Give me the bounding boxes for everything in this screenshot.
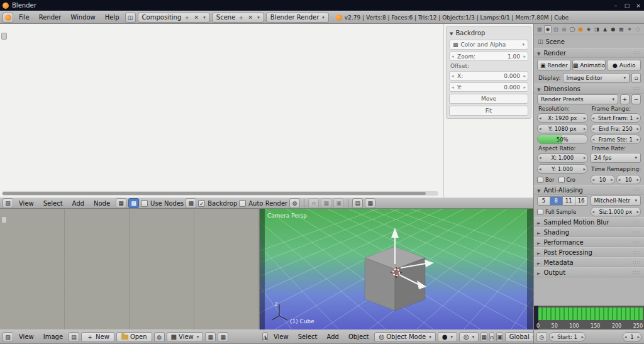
section-dimensions-header[interactable]: Dimensions ∷∷ xyxy=(534,84,644,94)
aa-size-field[interactable]: Siz:1.000 px xyxy=(591,207,641,216)
section-antialiasing-header[interactable]: Anti-Aliasing ∷∷ xyxy=(534,185,644,195)
section-performance[interactable]: Performance∷∷ xyxy=(534,237,644,247)
view3d-menu-view[interactable]: View xyxy=(270,333,292,341)
region-expand-tab[interactable] xyxy=(1,33,7,40)
delete-scene-icon[interactable]: ✕ xyxy=(247,14,254,21)
tab-render-layers-icon[interactable]: ◫ xyxy=(552,25,560,33)
remap-old-field[interactable]: 10 xyxy=(591,175,615,184)
node-menu-select[interactable]: Select xyxy=(40,199,67,208)
layout-selector[interactable]: Compositing + ✕ xyxy=(138,13,210,23)
remap-new-field[interactable]: 10 xyxy=(616,175,641,184)
image-editor-canvas[interactable] xyxy=(0,209,260,330)
tab-render-icon[interactable]: ◉ xyxy=(544,25,552,33)
add-layout-icon[interactable]: + xyxy=(183,14,191,21)
horizontal-scrollbar[interactable] xyxy=(2,191,438,196)
delete-layout-icon[interactable]: ✕ xyxy=(192,14,200,21)
scene-selector[interactable]: Scene + ✕ xyxy=(212,13,264,23)
tab-material-icon[interactable]: ● xyxy=(609,25,617,33)
backdrop-fit-button[interactable]: Fit xyxy=(449,106,528,116)
section-render-header[interactable]: Render ∷∷ xyxy=(534,48,644,58)
new-window-icon[interactable]: ▫ xyxy=(631,73,641,83)
node-group-icon[interactable] xyxy=(365,198,375,208)
tab-scene-icon[interactable]: ◎ xyxy=(560,25,568,33)
auto-render-checkbox[interactable]: Auto Render xyxy=(239,200,287,207)
tab-texture-icon[interactable]: ▦ xyxy=(618,25,625,33)
scrollbar-thumb[interactable] xyxy=(3,192,426,195)
snap-element-icon[interactable] xyxy=(321,198,331,208)
render-animation-button[interactable]: Animatio xyxy=(572,60,606,70)
editor-type-image-icon[interactable] xyxy=(3,332,13,342)
editor-type-3d-icon[interactable] xyxy=(262,332,268,342)
image-display-mode-dropdown[interactable]: View xyxy=(167,332,204,342)
backdrop-move-button[interactable]: Move xyxy=(449,94,528,104)
menu-help[interactable]: Help xyxy=(101,13,123,21)
tab-constraints-icon[interactable]: ◈ xyxy=(585,25,592,33)
compositing-toggle-icon[interactable] xyxy=(128,198,139,208)
view3d-menu-object[interactable]: Object xyxy=(345,333,373,341)
render-button[interactable]: Render xyxy=(537,60,571,70)
node-menu-add[interactable]: Add xyxy=(69,199,88,208)
draw-channels-icon[interactable] xyxy=(205,332,216,342)
menu-window[interactable]: Window xyxy=(67,13,99,21)
section-metadata[interactable]: Metadata∷∷ xyxy=(534,257,644,267)
editor-type-timeline-icon[interactable] xyxy=(536,332,547,342)
timeline-canvas[interactable]: 0 50 100 150 200 250 xyxy=(533,306,644,330)
menu-render[interactable]: Render xyxy=(35,13,65,21)
viewport-3d[interactable]: Camera Persp z (1) Cube xyxy=(260,209,533,330)
view3d-menu-select[interactable]: Select xyxy=(294,333,321,341)
aa-filter-dropdown[interactable]: Mitchell-Netr xyxy=(591,196,641,206)
crop-checkbox[interactable]: Cro xyxy=(558,177,575,183)
aa-samples-11[interactable]: 11 xyxy=(563,196,575,206)
image-menu-view[interactable]: View xyxy=(15,333,38,341)
render-opengl-icon[interactable] xyxy=(496,332,503,342)
backdrop-channel-icon[interactable] xyxy=(186,198,196,208)
backdrop-zoom-field[interactable]: Zoom: 1.00 xyxy=(449,52,528,61)
open-image-button[interactable]: Open xyxy=(116,332,152,342)
display-dropdown[interactable]: Image Editor xyxy=(563,73,630,83)
node-editor-canvas[interactable]: Backdrop Color and Alpha Zoom: 1.00 Offs… xyxy=(0,24,533,197)
render-result-icon[interactable] xyxy=(333,198,344,208)
backdrop-panel-header[interactable]: Backdrop xyxy=(449,29,528,38)
tab-world-icon[interactable]: ◯ xyxy=(569,25,576,33)
resolution-y-field[interactable]: Y: 1080 px xyxy=(537,124,588,133)
add-scene-icon[interactable]: + xyxy=(237,14,245,21)
menu-file[interactable]: File xyxy=(15,13,33,21)
tab-data-icon[interactable]: ▲ xyxy=(601,25,609,33)
mode-dropdown[interactable]: Object Mode xyxy=(374,332,435,342)
render-audio-button[interactable]: Audio xyxy=(607,60,641,70)
section-output[interactable]: Output∷∷ xyxy=(534,267,644,277)
image-menu-image[interactable]: Image xyxy=(40,333,67,341)
aa-samples-16[interactable]: 16 xyxy=(575,196,588,206)
backdrop-offset-y-field[interactable]: Y: 0.000 xyxy=(449,82,528,92)
backdrop-channel-dropdown[interactable]: Color and Alpha xyxy=(449,40,528,50)
add-preset-icon[interactable]: + xyxy=(620,94,630,104)
aa-samples-5[interactable]: 5 xyxy=(537,196,550,206)
minimize-button[interactable]: – xyxy=(610,0,621,11)
blender-menu-icon[interactable] xyxy=(3,13,13,23)
view3d-menu-add[interactable]: Add xyxy=(323,333,343,341)
snap-magnet-icon[interactable] xyxy=(489,332,495,342)
backdrop-offset-x-field[interactable]: X: 0.000 xyxy=(449,71,528,80)
start-frame-field[interactable]: Start Fram: 1 xyxy=(591,113,641,123)
new-image-button[interactable]: + New xyxy=(81,332,114,342)
section-post-processing[interactable]: Post Processing∷∷ xyxy=(534,247,644,257)
tab-particles-icon[interactable]: ∗ xyxy=(626,25,633,33)
pin-icon[interactable] xyxy=(289,198,300,208)
border-checkbox[interactable]: Bor xyxy=(537,177,555,183)
maximize-button[interactable]: □ xyxy=(621,0,633,11)
aspect-x-field[interactable]: X: 1.000 xyxy=(537,153,588,163)
image-options-icon[interactable] xyxy=(218,332,228,342)
aspect-y-field[interactable]: Y: 1.000 xyxy=(537,164,587,174)
tab-modifiers-icon[interactable]: ◨ xyxy=(593,25,601,33)
layers-icon[interactable] xyxy=(480,332,487,342)
copy-node-icon[interactable] xyxy=(352,198,363,208)
node-menu-view[interactable]: View xyxy=(15,199,38,208)
render-engine-selector[interactable]: Blender Render xyxy=(266,13,329,23)
editor-type-properties-icon[interactable]: ▥ xyxy=(536,25,543,33)
editor-type-node-icon[interactable] xyxy=(3,198,13,208)
fps-dropdown[interactable]: 24 fps xyxy=(591,153,641,163)
node-tree-type-icon[interactable] xyxy=(116,198,126,208)
snap-magnet-icon[interactable] xyxy=(308,198,319,208)
use-nodes-checkbox[interactable]: Use Nodes xyxy=(141,200,184,207)
pivot-point-dropdown[interactable] xyxy=(459,332,479,342)
